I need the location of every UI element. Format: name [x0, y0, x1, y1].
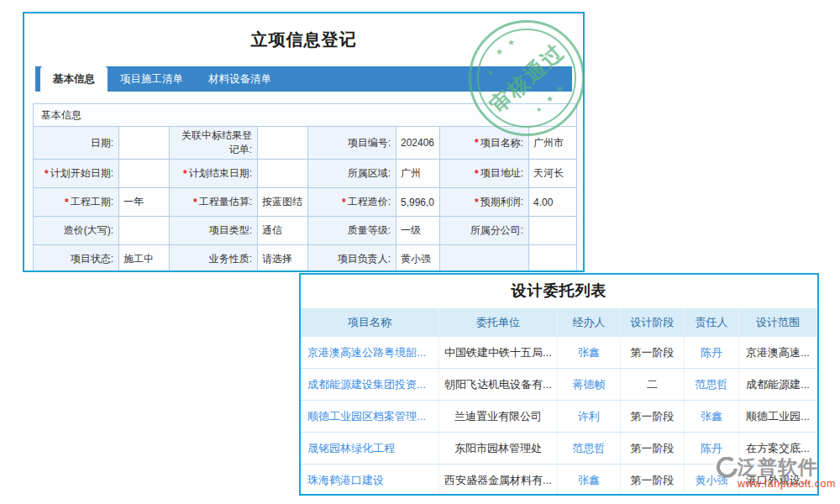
- table-row: 京港澳高速公路粤境韶... 中国铁建中铁十五局... 张鑫 第一阶段 陈丹 京港…: [301, 337, 817, 369]
- label-text: 项目名称:: [480, 136, 523, 150]
- label-cost-in-words: 造价(大写):: [34, 217, 119, 245]
- required-marker: *: [475, 197, 479, 208]
- label-plan-end-date: *计划结束日期:: [170, 160, 258, 188]
- label-text: 项目状态:: [71, 252, 113, 266]
- table-row: 晟铭园林绿化工程 东阳市园林管理处 范思哲 第一阶段 陈丹 在方案交底...: [301, 433, 817, 465]
- label-text: 业务性质:: [209, 252, 252, 266]
- label-project-address: *项目地址:: [440, 160, 529, 188]
- cell-project-name[interactable]: 晟铭园林绿化工程: [301, 433, 439, 464]
- cell-client-unit: 西安盛器金属材料有...: [439, 465, 558, 496]
- field-empty[interactable]: [529, 245, 577, 272]
- table-row: 顺德工业园区档案管理... 兰迪置业有限公司 许利 第一阶段 张鑫 顺德工业园.…: [301, 401, 817, 433]
- label-empty: [440, 245, 529, 272]
- cell-handler[interactable]: 蒋德帧: [558, 369, 621, 400]
- cell-design-scope: 顺德工业园...: [739, 401, 817, 432]
- label-quality-grade: 质量等级:: [308, 217, 396, 245]
- field-expected-profit[interactable]: 4.00: [529, 188, 577, 217]
- field-project-status[interactable]: 施工中: [119, 245, 170, 272]
- cell-design-stage: 第一阶段: [621, 401, 685, 432]
- field-project-number[interactable]: 202406: [396, 127, 440, 160]
- cell-owner[interactable]: 陈丹: [685, 433, 739, 464]
- cell-owner[interactable]: 范思哲: [685, 369, 739, 400]
- registration-title: 立项信息登记: [24, 29, 583, 51]
- cell-owner[interactable]: 黄小强: [685, 465, 739, 496]
- cell-design-scope: 京港澳高速...: [739, 337, 817, 368]
- tab-bar: 基本信息 项目施工清单 材料设备清单: [35, 66, 572, 92]
- tab-basic-info[interactable]: 基本信息: [40, 66, 108, 92]
- basic-info-form: 基本信息 日期: 关联中标结果登记单: 项目编号: 202406 *项目名称: …: [33, 103, 577, 272]
- field-region[interactable]: 广州: [396, 160, 440, 188]
- cell-handler[interactable]: 许利: [558, 401, 621, 432]
- col-header-client-unit: 委托单位: [439, 308, 558, 337]
- required-marker: *: [475, 168, 479, 180]
- field-plan-end-date[interactable]: [258, 160, 308, 188]
- label-text: 日期:: [91, 136, 113, 150]
- cell-design-stage: 第一阶段: [621, 433, 685, 464]
- label-text: 项目负责人:: [338, 252, 391, 266]
- required-marker: *: [45, 168, 49, 180]
- label-project-duration: *工程工期:: [34, 188, 119, 217]
- required-marker: *: [183, 168, 187, 180]
- field-project-type[interactable]: 通信: [258, 217, 308, 245]
- registration-panel: 立项信息登记 基本信息 项目施工清单 材料设备清单 基本信息 日期: 关联中标结…: [23, 12, 585, 272]
- cell-owner[interactable]: 张鑫: [685, 401, 739, 432]
- table-row: 珠海鹤港口建设 西安盛器金属材料有... 张鑫 第一阶段 黄小强 港口外观设..…: [301, 465, 817, 496]
- cell-project-name[interactable]: 京港澳高速公路粤境韶...: [301, 337, 439, 368]
- tab-material-equipment-list[interactable]: 材料设备清单: [196, 66, 284, 92]
- required-marker: *: [475, 137, 479, 149]
- cell-client-unit: 中国铁建中铁十五局...: [439, 337, 558, 368]
- col-header-design-scope: 设计范围: [739, 308, 817, 337]
- field-quantity-estimate[interactable]: 按蓝图结: [258, 188, 308, 217]
- cell-owner[interactable]: 陈丹: [685, 337, 739, 368]
- field-project-name[interactable]: 广州市: [529, 127, 577, 160]
- field-project-manager[interactable]: 黄小强: [396, 245, 440, 272]
- cell-project-name[interactable]: 珠海鹤港口建设: [301, 465, 439, 496]
- cell-project-name[interactable]: 顺德工业园区档案管理...: [301, 401, 439, 432]
- required-marker: *: [65, 197, 69, 208]
- cell-client-unit: 朝阳飞达机电设备有...: [439, 369, 558, 400]
- cell-design-stage: 第一阶段: [621, 337, 685, 368]
- label-project-number: 项目编号:: [308, 127, 396, 160]
- cell-handler[interactable]: 范思哲: [558, 433, 621, 464]
- label-text: 关联中标结果登记单:: [175, 129, 252, 157]
- cell-project-name[interactable]: 成都能源建设集团投资...: [301, 369, 439, 400]
- table-header-row: 项目名称 委托单位 经办人 设计阶段 责任人 设计范围: [301, 308, 817, 337]
- label-text: 项目类型:: [209, 223, 252, 238]
- label-text: 质量等级:: [348, 223, 391, 238]
- table-row: 成都能源建设集团投资... 朝阳飞达机电设备有... 蒋德帧 二 范思哲 成都能…: [301, 369, 817, 401]
- label-region: 所属区域:: [308, 160, 396, 188]
- cell-design-scope: 在方案交底...: [739, 433, 817, 464]
- label-linked-bid-result: 关联中标结果登记单:: [170, 127, 258, 160]
- label-project-name: *项目名称:: [440, 127, 529, 160]
- field-business-nature[interactable]: 请选择: [258, 245, 308, 272]
- col-header-owner: 责任人: [685, 308, 739, 337]
- field-plan-start-date[interactable]: [119, 160, 170, 188]
- label-quantity-estimate: *工程量估算:: [170, 188, 258, 217]
- section-header: 基本信息: [34, 104, 577, 127]
- cell-client-unit: 东阳市园林管理处: [439, 433, 558, 464]
- field-cost-in-words[interactable]: [119, 217, 170, 245]
- field-project-duration[interactable]: 一年: [119, 188, 170, 217]
- label-business-nature: 业务性质:: [170, 245, 258, 272]
- label-project-status: 项目状态:: [34, 245, 119, 272]
- cell-handler[interactable]: 张鑫: [558, 465, 621, 496]
- field-quality-grade[interactable]: 一级: [396, 217, 440, 245]
- tab-construction-list[interactable]: 项目施工清单: [108, 66, 196, 92]
- label-branch-company: 所属分公司:: [440, 217, 529, 245]
- label-project-type: 项目类型:: [170, 217, 258, 245]
- label-text: 所属区域:: [348, 166, 391, 181]
- field-linked-bid-result[interactable]: [258, 127, 308, 160]
- field-date[interactable]: [119, 127, 170, 160]
- field-project-cost[interactable]: 5,996,0: [396, 188, 440, 217]
- label-text: 项目地址:: [480, 166, 523, 181]
- cell-design-stage: 二: [621, 369, 685, 400]
- label-text: 工程量估算:: [199, 195, 252, 209]
- label-text: 项目编号:: [348, 136, 391, 150]
- label-text: 计划结束日期:: [189, 166, 252, 181]
- cell-handler[interactable]: 张鑫: [558, 337, 621, 368]
- label-text: 计划开始日期:: [50, 166, 113, 181]
- field-branch-company[interactable]: [529, 217, 577, 245]
- label-date: 日期:: [34, 127, 119, 160]
- field-project-address[interactable]: 天河长: [529, 160, 577, 188]
- cell-design-stage: 第一阶段: [621, 465, 685, 496]
